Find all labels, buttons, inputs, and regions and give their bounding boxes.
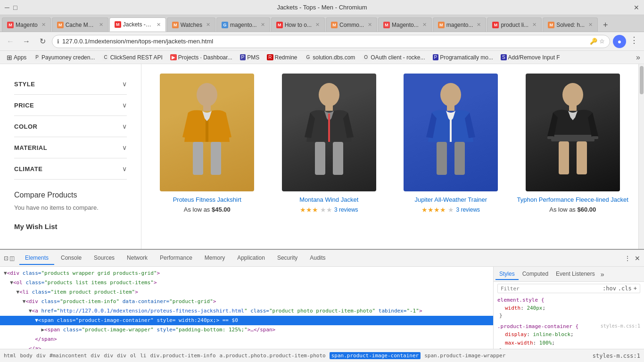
breadcrumb-a-product[interactable]: a.product.photo.product-item-photo <box>220 353 326 359</box>
back-button[interactable]: ← <box>4 35 17 48</box>
breadcrumb-div3[interactable]: div <box>104 353 113 359</box>
devtools-icon-2[interactable]: ◫ <box>9 255 15 262</box>
devtools-tab-memory[interactable]: Memory <box>199 252 231 265</box>
breadcrumb-li[interactable]: li <box>140 353 146 359</box>
filter-price[interactable]: PRICE ∨ <box>14 95 127 116</box>
devtools-html-line: ▶<span class="product-image-wrapper" sty… <box>0 325 493 335</box>
filter-climate[interactable]: CLIMATE ∨ <box>14 158 127 180</box>
devtools-tab-audits[interactable]: Audits <box>304 252 331 265</box>
chevron-down-icon: ∨ <box>122 123 127 130</box>
devtools-tab-security[interactable]: Security <box>272 252 303 265</box>
devtools-tab-performance[interactable]: Performance <box>154 252 198 265</box>
devtools-tab-sources[interactable]: Sources <box>88 252 120 265</box>
bookmark-payumoney[interactable]: P Payumoney creden... <box>31 53 98 62</box>
tab-close[interactable]: ✕ <box>206 22 210 28</box>
devtools-event-listeners-tab[interactable]: Event Listeners <box>552 269 599 280</box>
chevron-down-icon: ∨ <box>122 165 127 173</box>
breadcrumb-span-container[interactable]: span.product-image-container <box>330 352 421 359</box>
product-image[interactable] <box>160 74 254 191</box>
close-btn[interactable]: ✕ <box>634 4 639 11</box>
bookmark-pms[interactable]: P PMS <box>237 53 263 62</box>
devtools-computed-tab[interactable]: Computed <box>519 269 552 280</box>
reload-button[interactable]: ↻ <box>36 35 49 48</box>
tab-watches[interactable]: M Watches ✕ <box>167 17 215 32</box>
forward-button[interactable]: → <box>20 35 33 48</box>
product-image[interactable] <box>526 74 620 191</box>
bookmark-apps[interactable]: ⊞ Apps <box>4 53 29 62</box>
breadcrumb-span-wrapper[interactable]: span.product-image-wrapper <box>424 353 505 359</box>
hover-filter[interactable]: :hov <box>603 285 616 292</box>
breadcrumb-body[interactable]: body <box>20 353 33 359</box>
devtools-html-line-selected[interactable]: ▼<span class="product-image-container" s… <box>0 316 493 325</box>
breadcrumb-maincontent[interactable]: #maincontent <box>50 353 87 359</box>
tab-magento[interactable]: M Magento ✕ <box>2 17 51 32</box>
page-scrollbar[interactable] <box>638 64 644 249</box>
devtools-close-icon[interactable]: ✕ <box>635 255 640 262</box>
bookmark-redmine[interactable]: R Redmine <box>264 53 300 62</box>
breadcrumb-div-product-info[interactable]: div.product-item-info <box>150 353 215 359</box>
cls-filter[interactable]: .cls <box>618 285 632 292</box>
tab-close[interactable]: ✕ <box>588 22 593 28</box>
style-filter-input[interactable] <box>501 286 601 292</box>
tab-magento3[interactable]: M Magento... ✕ <box>378 17 432 32</box>
bookmark-programmatic[interactable]: P Programatically mo... <box>430 53 496 62</box>
tab-close[interactable]: ✕ <box>368 22 372 28</box>
tab-solved[interactable]: M Solved: h... ✕ <box>543 17 598 32</box>
tab-howto[interactable]: M How to o... ✕ <box>271 17 325 32</box>
tab-common[interactable]: M Commo... ✕ <box>326 17 377 32</box>
tab-magento4[interactable]: M magento... ✕ <box>433 17 487 32</box>
breadcrumb-div4[interactable]: div <box>117 353 126 359</box>
bookmark-dbs[interactable]: G solution.dbs.com <box>302 53 358 62</box>
devtools-tab-application[interactable]: Application <box>231 252 271 265</box>
bookmark-clicksend[interactable]: C ClickSend REST API <box>99 53 165 62</box>
tab-close[interactable]: ✕ <box>315 22 320 28</box>
tab-close[interactable]: ✕ <box>99 22 103 28</box>
filter-color[interactable]: COLOR ∨ <box>14 116 127 137</box>
bookmarks-overflow[interactable]: » <box>636 53 640 62</box>
breadcrumb-html[interactable]: html <box>4 353 17 359</box>
product-image[interactable] <box>282 74 376 191</box>
settings-button[interactable]: ⋮ <box>628 35 640 48</box>
devtools-tab-console[interactable]: Console <box>55 252 87 265</box>
reviews-count[interactable]: 3 reviews <box>456 206 480 213</box>
url-bar[interactable]: ℹ 127.0.0.1/mdextension/men/tops-men/jac… <box>52 35 610 48</box>
tab-cache[interactable]: M Cache Ma... ✕ <box>52 17 108 32</box>
devtools-tab-network[interactable]: Network <box>121 252 153 265</box>
tab-close[interactable]: ✕ <box>261 22 265 28</box>
devtools-settings-icon[interactable]: ⋮ <box>624 255 631 262</box>
product-name[interactable]: Proteus Fitness Jackshirt <box>173 196 241 203</box>
devtools-more-tabs[interactable]: » <box>601 271 604 278</box>
add-style[interactable]: + <box>634 285 637 292</box>
product-name[interactable]: Montana Wind Jacket <box>299 196 358 203</box>
maximize-btn[interactable]: □ <box>13 4 17 11</box>
profile-icon[interactable]: ● <box>613 35 626 48</box>
filter-material[interactable]: MATERIAL ∨ <box>14 137 127 158</box>
tab-jackets[interactable]: M Jackets - T... ✕ <box>109 17 166 32</box>
tab-close[interactable]: ✕ <box>532 22 537 28</box>
minimize-btn[interactable]: ─ <box>5 4 9 11</box>
new-tab-button[interactable]: + <box>599 18 612 32</box>
star-icon[interactable]: ☆ <box>599 38 605 45</box>
bookmark-add-remove[interactable]: S Add/Remove Input F <box>498 53 563 62</box>
product-image[interactable] <box>404 74 498 191</box>
filter-style[interactable]: STYLE ∨ <box>14 74 127 95</box>
devtools-tab-elements[interactable]: Elements <box>19 252 54 265</box>
devtools-icon-1[interactable]: ⊡ <box>4 255 8 262</box>
devtools-styles-tab[interactable]: Styles <box>495 269 519 280</box>
bookmark-projects[interactable]: ▶ Projects · Dashboar... <box>167 53 235 62</box>
tab-close[interactable]: ✕ <box>422 22 427 28</box>
tab-product[interactable]: M product li... ✕ <box>487 17 542 32</box>
breadcrumb-div2[interactable]: div <box>91 353 100 359</box>
main-content: STYLE ∨ PRICE ∨ COLOR ∨ MATERIAL ∨ CLIMA… <box>0 64 644 249</box>
bookmark-oauth[interactable]: O OAuth client - rocke... <box>360 53 428 62</box>
tab-close[interactable]: ✕ <box>157 22 161 28</box>
tab-magento2[interactable]: G magento... ✕ <box>216 17 270 32</box>
breadcrumb-ol[interactable]: ol <box>130 353 136 359</box>
breadcrumb-div[interactable]: div <box>36 353 46 359</box>
reviews-count[interactable]: 3 reviews <box>334 206 358 213</box>
scrollbar-thumb[interactable] <box>640 66 644 94</box>
product-name[interactable]: Jupiter All-Weather Trainer <box>414 196 487 203</box>
tab-close[interactable]: ✕ <box>41 22 46 28</box>
product-name[interactable]: Typhon Performance Fleece-lined Jacket <box>517 196 628 203</box>
tab-close[interactable]: ✕ <box>477 22 481 28</box>
